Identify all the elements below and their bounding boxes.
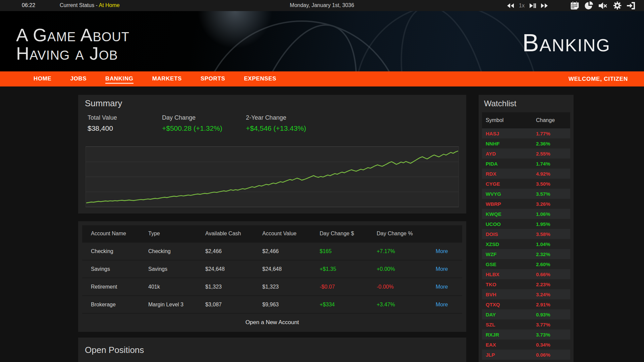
watchlist-symbol: QTXQ — [486, 302, 536, 307]
play-pause-icon[interactable] — [529, 3, 536, 8]
watchlist-symbol: JLP — [486, 352, 536, 358]
watchlist-row-bvh[interactable]: BVH3.24% — [482, 289, 570, 299]
watchlist-row-hasj[interactable]: HASJ1.77% — [482, 128, 570, 138]
more-link[interactable]: More — [436, 248, 462, 254]
accounts-table-header: Account NameTypeAvailable CashAccount Va… — [82, 225, 462, 242]
account-cell: $9,963 — [262, 302, 320, 308]
watchlist-title: Watchlist — [484, 99, 516, 108]
watchlist-row-dois[interactable]: DOIS3.58% — [482, 229, 570, 239]
watchlist-row-ucoo[interactable]: UCOO1.95% — [482, 219, 570, 229]
watchlist-body: HASJ1.77%NNHF2.36%AYD2.55%PIDA1.74%RDX4.… — [482, 128, 570, 360]
account-cell: $2,466 — [205, 248, 262, 254]
game-title-line2: Having a Job — [16, 44, 129, 63]
account-cell: $3,087 — [205, 302, 262, 308]
watchlist-col-change: Change — [536, 117, 570, 123]
game-screen: 06:22 Current Status - At Home Monday, J… — [0, 0, 644, 362]
nav-item-home[interactable]: HOME — [34, 74, 51, 84]
watchlist-row-cyge[interactable]: CYGE3.50% — [482, 179, 570, 189]
watchlist-symbol: PIDA — [486, 161, 536, 167]
watchlist-change: 3.58% — [536, 231, 570, 237]
summary-stat-2: 2-Year Change+$4,546 (+13.43%) — [246, 114, 306, 132]
watchlist-change: 2.23% — [536, 282, 570, 287]
watchlist-symbol: BVH — [486, 292, 536, 297]
watchlist-row-hlbx[interactable]: HLBX0.66% — [482, 269, 570, 279]
watchlist-symbol: NNHF — [486, 141, 536, 146]
watchlist-change: 1.95% — [536, 221, 570, 227]
summary-stats: Total Value$38,400Day Change+$500.28 (+1… — [88, 114, 306, 132]
account-cell: $24,648 — [205, 266, 262, 272]
watchlist-row-kwqe[interactable]: KWQE1.06% — [482, 209, 570, 219]
watchlist-change: 1.06% — [536, 211, 570, 217]
watchlist-header: Symbol Change — [482, 112, 570, 128]
pie-chart-icon[interactable] — [584, 1, 593, 10]
nav-items: HOMEJOBSBANKINGMARKETSSPORTSEXPENSES — [0, 74, 276, 84]
watchlist-symbol: CYGE — [486, 181, 536, 187]
status-value: At Home — [99, 2, 120, 8]
account-cell: $24,648 — [262, 266, 320, 272]
mute-icon[interactable] — [598, 2, 608, 10]
watchlist-row-eax[interactable]: EAX0.34% — [482, 340, 570, 350]
watchlist-row-day[interactable]: DAY0.93% — [482, 309, 570, 319]
watchlist-symbol: EAX — [486, 342, 536, 348]
watchlist-row-xzsd[interactable]: XZSD1.04% — [482, 239, 570, 249]
watchlist-row-nnhf[interactable]: NNHF2.36% — [482, 138, 570, 148]
rewind-icon[interactable] — [506, 3, 515, 8]
watchlist-symbol: XZSD — [486, 241, 536, 247]
account-cell: +3.47% — [377, 302, 436, 308]
stat-label: 2-Year Change — [246, 114, 306, 121]
more-link[interactable]: More — [436, 284, 462, 290]
fast-forward-icon[interactable] — [540, 3, 548, 8]
more-link[interactable]: More — [436, 266, 462, 272]
more-link[interactable]: More — [436, 302, 462, 308]
game-title: A Game About Having a Job — [16, 26, 129, 63]
watchlist-change: 2.60% — [536, 261, 570, 267]
watchlist-change: 3.24% — [536, 292, 570, 297]
accounts-table-body: CheckingChecking$2,466$2,466$165+7.17%Mo… — [82, 242, 462, 313]
accounts-col-header: Available Cash — [205, 231, 262, 237]
watchlist-row-tko[interactable]: TKO2.23% — [482, 279, 570, 289]
accounts-table: Account NameTypeAvailable CashAccount Va… — [82, 225, 462, 331]
watchlist-row-wbrp[interactable]: WBRP3.26% — [482, 199, 570, 209]
open-new-account-button[interactable]: Open a New Account — [82, 313, 462, 331]
summary-panel: Summary Total Value$38,400Day Change+$50… — [78, 95, 466, 214]
watchlist-row-szl[interactable]: SZL3.77% — [482, 319, 570, 329]
watchlist-symbol: AYD — [486, 151, 536, 157]
account-cell: +$334 — [320, 302, 377, 308]
stat-label: Total Value — [88, 114, 162, 121]
open-positions-panel: Open Positions — [78, 338, 466, 362]
stat-value: +$4,546 (+13.43%) — [246, 124, 306, 132]
account-cell: Brokerage — [91, 302, 148, 308]
watchlist-row-rdx[interactable]: RDX4.92% — [482, 169, 570, 179]
watchlist-row-wzf[interactable]: WZF2.32% — [482, 249, 570, 259]
account-cell: $1,323 — [205, 284, 262, 290]
watchlist-symbol: DAY — [486, 312, 536, 317]
watchlist-row-ayd[interactable]: AYD2.55% — [482, 148, 570, 159]
watchlist-row-wvyg[interactable]: WVYG3.57% — [482, 189, 570, 199]
gear-icon[interactable] — [613, 1, 622, 10]
nav-item-jobs[interactable]: JOBS — [70, 74, 87, 84]
watchlist-symbol: RDX — [486, 171, 536, 177]
nav-item-sports[interactable]: SPORTS — [201, 74, 225, 84]
current-status: Current Status - At Home — [60, 2, 120, 8]
nav-item-banking[interactable]: BANKING — [105, 74, 133, 84]
watchlist-symbol: HASJ — [486, 131, 536, 136]
watchlist-row-rxjr[interactable]: RXJR3.73% — [482, 329, 570, 340]
exit-icon[interactable] — [627, 2, 636, 10]
watchlist-symbol: WBRP — [486, 201, 536, 207]
account-cell: Margin Level 3 — [148, 302, 205, 308]
watchlist-row-gse[interactable]: GSE2.60% — [482, 259, 570, 269]
account-row-brokerage: BrokerageMargin Level 3$3,087$9,963+$334… — [82, 295, 462, 313]
nav-item-expenses[interactable]: EXPENSES — [244, 74, 276, 84]
clock: 06:22 — [22, 2, 35, 8]
accounts-col-header: Account Name — [91, 231, 148, 237]
watchlist-row-pida[interactable]: PIDA1.74% — [482, 159, 570, 169]
system-tray — [570, 0, 636, 11]
watchlist-row-qtxq[interactable]: QTXQ2.91% — [482, 299, 570, 309]
account-cell: +$1.35 — [320, 266, 377, 272]
nav-item-markets[interactable]: MARKETS — [152, 74, 182, 84]
stat-label: Day Change — [162, 114, 246, 121]
calendar-icon[interactable] — [570, 1, 579, 10]
watchlist-row-jlp[interactable]: JLP0.06% — [482, 350, 570, 360]
stat-value: $38,400 — [88, 124, 162, 132]
time-controls: 1x — [506, 0, 548, 11]
